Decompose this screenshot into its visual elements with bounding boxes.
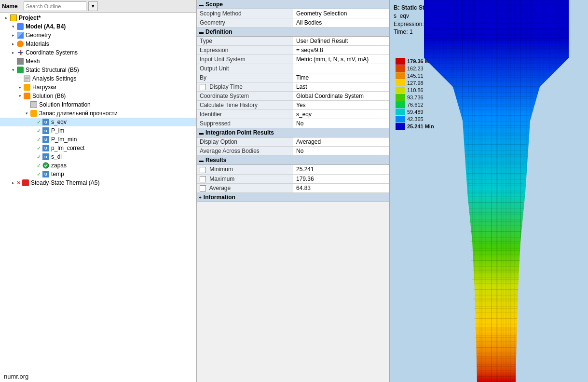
geometry-label: Geometry [26,32,51,39]
tree-name-label: Name [2,3,18,10]
sol-info-icon [30,101,38,109]
def-display-time-value[interactable]: Last [293,82,390,92]
legend-swatch [396,123,405,130]
expand-icon-zapas-main[interactable]: ▾ [23,111,30,116]
p-lm-min-icon: U [42,136,50,143]
def-output-unit-row: Output Unit [197,64,389,73]
expand-icon-static[interactable]: ▾ [10,68,16,72]
static-icon [16,66,24,74]
tree-item-coord[interactable]: ▸ Coordinate Systems [0,48,196,57]
def-type-value[interactable]: User Defined Result [293,37,390,46]
dropdown-arrow-icon: ▼ [91,3,96,9]
model-icon [16,23,24,30]
geometry-icon [16,31,24,39]
properties-panel: ▬ Scope Scoping Method Geometry Selectio… [197,0,390,382]
tree-item-thermal[interactable]: ▸ ✕ Steady-State Thermal (A5) [0,178,196,187]
tree-item-s-eqv[interactable]: ✓ U s_eqv [0,118,196,126]
information-section-header[interactable]: + Information [197,193,389,202]
def-expression-value[interactable]: = seqv/9.8 [293,46,390,55]
tree-dropdown-button[interactable]: ▼ [88,1,98,11]
int-display-value[interactable]: Averaged [293,137,390,147]
def-identifier-value[interactable]: s_eqv [293,110,390,119]
results-table: Minimum 25.241 Maximum 179.36 Average 64… [197,165,389,193]
search-input[interactable] [24,1,86,11]
error-thermal-icon: ✕ [16,180,21,186]
zapas-icon [42,162,50,169]
minimum-checkbox[interactable] [200,167,206,173]
tree-item-model[interactable]: ▾ Model (A4, B4) [0,22,196,31]
s-dl-icon: U [42,153,50,161]
expand-icon-project[interactable]: ▸ [3,15,10,20]
int-avg-value[interactable]: No [293,147,390,156]
scope-section-header[interactable]: ▬ Scope [197,0,389,9]
def-output-unit-value[interactable] [293,64,390,73]
display-time-checkbox[interactable] [200,84,206,90]
tree-header: Name ▼ [0,0,196,13]
integration-section-header[interactable]: ▬ Integration Point Results [197,128,389,137]
tree-item-static[interactable]: ▾ Static Structural (B5) [0,66,196,74]
tree-item-sol-info[interactable]: Solution Information [0,100,196,109]
tree-item-zapas-main[interactable]: ▾ Запас длительной прочности [0,109,196,118]
int-display-label: Display Option [197,137,293,147]
definition-section-header[interactable]: ▬ Definition [197,27,389,37]
expand-icon-geometry[interactable]: ▸ [10,33,16,38]
p-lm-min-label: P_lm_min [51,136,77,143]
expand-icon-thermal[interactable]: ▸ [10,180,16,185]
def-by-value[interactable]: Time [293,73,390,82]
tree-item-s-dl[interactable]: ✓ U s_dl [0,152,196,161]
int-avg-row: Average Across Bodies No [197,147,389,156]
tree-item-project[interactable]: ▸ Project* [0,14,196,22]
tree-item-p-lm-correct[interactable]: ✓ U p_lm_correct [0,144,196,152]
results-expand-icon: ▬ [199,158,204,163]
scope-scoping-label: Scoping Method [197,9,293,18]
materials-label: Materials [26,41,49,47]
tree-item-p-lm-min[interactable]: ✓ U P_lm_min [0,135,196,144]
p-lm-correct-label: p_lm_correct [51,145,84,151]
tree-item-zapas[interactable]: ✓ zapas [0,161,196,170]
analysis-label: Analysis Settings [32,75,76,82]
scope-scoping-value[interactable]: Geometry Selection [293,9,390,18]
expand-icon-model[interactable]: ▾ [10,24,16,29]
average-checkbox[interactable] [200,185,206,191]
def-coord-value[interactable]: Global Coordinate System [293,92,390,101]
tree-item-solution[interactable]: ▾ Solution (B6) [0,92,196,100]
expand-icon-solution[interactable]: ▾ [16,94,23,98]
expand-icon-coord[interactable]: ▸ [10,50,16,55]
results-section-header[interactable]: ▬ Results [197,156,389,165]
maximum-checkbox[interactable] [200,176,206,182]
tree-item-analysis[interactable]: Analysis Settings [0,74,196,83]
expand-icon-nagruzki[interactable]: ▸ [16,85,23,90]
tree-item-materials[interactable]: ▸ Materials [0,40,196,48]
def-calc-time-value[interactable]: Yes [293,101,390,110]
p-lm-correct-icon: U [42,144,50,152]
materials-icon [16,40,24,48]
definition-section-title: Definition [205,28,232,35]
temp-icon: U [42,170,50,178]
check-temp-icon: ✓ [37,171,41,177]
tree-item-temp[interactable]: ✓ U temp [0,170,196,178]
tree-item-mesh[interactable]: Mesh [0,57,196,66]
tree-item-geometry[interactable]: ▸ Geometry [0,31,196,40]
res-maximum-row: Maximum 179.36 [197,174,389,183]
legend-swatch [396,87,405,94]
def-coord-label: Coordinate System [197,92,293,101]
coord-icon [16,49,24,56]
def-input-unit-value[interactable]: Metric (mm, t, N, s, mV, mA) [293,55,390,64]
expand-icon-materials[interactable]: ▸ [10,41,16,46]
legend-swatch [396,116,405,123]
scope-geometry-value[interactable]: All Bodies [293,18,390,27]
tree-item-p-lm[interactable]: ✓ U P_lm [0,126,196,135]
int-avg-label: Average Across Bodies [197,147,293,156]
tree-item-nagruzki[interactable]: ▸ Нагрузки [0,83,196,92]
mesh-icon [16,57,24,65]
check-s-eqv-icon: ✓ [37,119,41,125]
thermal-icon [22,179,29,187]
def-display-time-label: Display Time [197,82,293,92]
nagruzki-icon [23,83,31,91]
static-label: Static Structural (B5) [26,67,79,73]
def-identifier-label: Identifier [197,110,293,119]
res-minimum-value: 25.241 [293,165,390,174]
def-suppressed-row: Suppressed No [197,119,389,128]
def-suppressed-value[interactable]: No [293,119,390,128]
def-calc-time-row: Calculate Time History Yes [197,101,389,110]
